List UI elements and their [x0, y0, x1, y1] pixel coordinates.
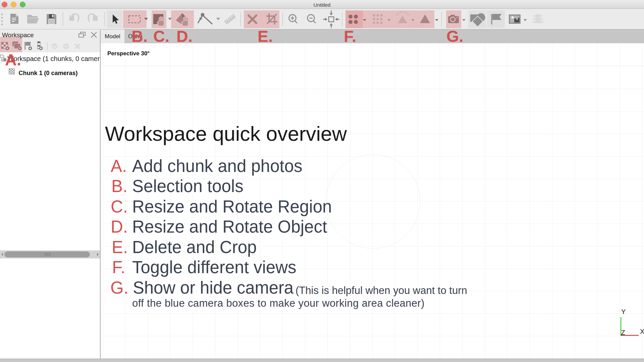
svg-text:Y: Y [621, 308, 626, 315]
svg-text:Z: Z [621, 329, 625, 336]
svg-text:X: X [640, 328, 644, 335]
